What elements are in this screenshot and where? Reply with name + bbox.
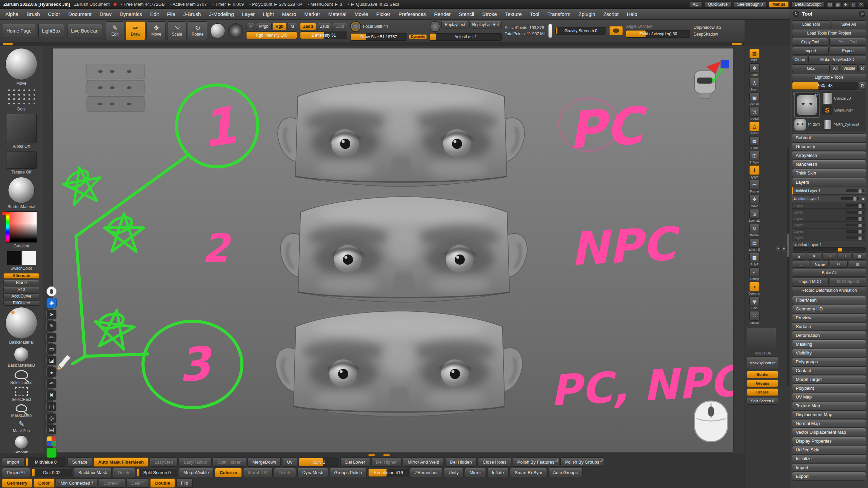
menu-item[interactable]: Brush — [22, 9, 44, 19]
layer-intensity-slider[interactable] — [846, 211, 865, 214]
menu-item[interactable]: Dynamics — [116, 9, 146, 19]
rgb-intensity-slider[interactable]: Rgb Intensity 100 — [246, 32, 297, 39]
bottom-button[interactable]: MidValue 0 — [25, 458, 66, 467]
home-page-button[interactable]: Home Page — [3, 24, 35, 38]
border-button[interactable]: Border — [747, 371, 778, 378]
bottom-button[interactable]: ZRemesher — [410, 468, 442, 477]
save-as-button[interactable]: Save As — [831, 20, 866, 28]
layer-intensity-slider[interactable] — [846, 217, 865, 220]
sculpt-strip-1[interactable] — [278, 81, 525, 186]
palette-section[interactable]: NanoMesh — [792, 160, 866, 168]
bottom-button[interactable]: Groups Polish — [330, 468, 367, 477]
palette-section[interactable]: Subtool — [792, 134, 866, 142]
bpr[interactable]: ▧ BPR — [747, 49, 762, 62]
replay-last-button[interactable]: ReplayLast — [441, 21, 468, 28]
layer-row[interactable]: Untitled Layer 1 — [792, 187, 866, 195]
layer-list-icon[interactable]: ▥ — [849, 261, 867, 268]
l-sym[interactable]: ◫ L.Sym — [747, 151, 762, 164]
menu-item[interactable]: Help — [623, 9, 641, 19]
bottom-button[interactable]: Surface — [67, 458, 92, 467]
bottom-button[interactable]: Auto Mask FiberMesh — [94, 458, 149, 467]
shapes-icon[interactable]: ▭ — [46, 344, 57, 354]
sculpt-mode-button[interactable]: Zadd — [300, 23, 316, 30]
menu-item[interactable]: Color — [44, 9, 64, 19]
layout-icon[interactable]: ▥ — [827, 1, 833, 7]
focal-shift-icon[interactable] — [350, 21, 361, 32]
bottom-button[interactable]: SDiv 2 — [298, 458, 339, 467]
menu-item[interactable]: Preferences — [394, 9, 430, 19]
menu-item[interactable]: J-Brush — [179, 9, 205, 19]
menu-item[interactable]: Alpha — [1, 9, 22, 19]
layer-intensity-slider[interactable] — [846, 204, 865, 207]
palette-section[interactable]: Vector Displacement Map — [792, 428, 866, 436]
palette-section[interactable]: Thick Skin — [792, 169, 866, 177]
bottom-button[interactable]: LazyStep — [150, 458, 178, 467]
bottom-button[interactable]: Mirror And Weld — [403, 458, 444, 467]
default-zscript-button[interactable]: DefaultZScript — [791, 1, 824, 7]
palette-section[interactable]: Morph Target — [792, 375, 866, 384]
palette-section[interactable]: UV Map — [792, 393, 866, 401]
bottom-button[interactable]: Del Higher — [371, 458, 401, 467]
color-swatch[interactable] — [46, 448, 57, 458]
layer-intensity-slider[interactable] — [846, 230, 865, 233]
history-thumbnails[interactable] — [87, 64, 144, 111]
active-tool-thumbnail[interactable]: 10 — [794, 93, 820, 118]
menu-item[interactable]: Light — [259, 9, 278, 19]
accucurve-button[interactable]: AccuCurve — [3, 293, 39, 299]
sculpt-strip-2[interactable] — [280, 197, 527, 302]
pen-icon[interactable]: ✎ — [46, 321, 57, 331]
scroll-left-icon[interactable]: ◄ — [776, 246, 781, 251]
palette-menu-icon[interactable]: ↻ — [793, 11, 799, 17]
paint-mode-button[interactable]: M — [288, 23, 297, 30]
bottom-button[interactable]: Del Hidden — [445, 458, 476, 467]
gravity-strength-slider[interactable]: Gravity Strength 0 — [555, 27, 606, 35]
layer-new-icon[interactable]: ⊞ — [822, 252, 836, 260]
close-icon[interactable]: ✕ — [858, 1, 865, 7]
smooth-brush[interactable]: Smooth — [14, 435, 28, 453]
stroke-dots[interactable]: Dots — [6, 88, 36, 114]
alternate-button[interactable]: Alternate — [3, 273, 39, 279]
replay-icon[interactable] — [430, 21, 440, 32]
polyf[interactable]: ▩ PolyF — [747, 253, 762, 266]
bottom-button[interactable]: Dist 0.02 — [32, 468, 72, 477]
layer-duplicate-icon[interactable]: ⊡ — [830, 261, 848, 268]
window-icon[interactable]: ◱ — [850, 1, 857, 7]
persp[interactable]: △ Persp — [747, 122, 762, 135]
palette-section[interactable]: Displacement Map — [792, 410, 866, 419]
tool-slot-pm3d-cylinder[interactable]: PM3D_Cylinder3 — [824, 119, 859, 130]
menu-item[interactable]: Stencil — [455, 9, 478, 19]
palette-icon[interactable] — [46, 436, 57, 446]
aahalf[interactable]: ½ AAHalf — [747, 107, 762, 120]
add-view-icon[interactable]: ✚ — [842, 1, 849, 7]
lightbox-button[interactable]: LightBox — [38, 24, 64, 38]
layer-row[interactable]: Layer — [792, 222, 866, 228]
mask-pen-brush[interactable]: ✎ MaskPen — [13, 420, 30, 435]
bottom-button[interactable]: Uv — [282, 458, 297, 467]
focal-shift-value[interactable]: Focal Shift 44 — [363, 24, 388, 29]
layer-row[interactable]: Untitled Layer 1 — [792, 195, 866, 202]
menu-item[interactable]: Picker — [372, 9, 395, 19]
vertical-slider[interactable] — [548, 24, 552, 38]
fill-object-button[interactable]: FillObject — [3, 300, 39, 306]
bottom-button[interactable]: Split Screen 0 — [137, 468, 177, 477]
load-tools-from-project-button[interactable]: Load Tools From Project — [792, 29, 866, 37]
switch-color[interactable]: SwitchColor — [7, 251, 36, 273]
menu-item[interactable]: Transform — [543, 9, 574, 19]
see-through-slider[interactable]: See-through 0 — [734, 1, 766, 7]
mode-button[interactable]: ↻ Rotate — [188, 21, 207, 40]
dynamic-toggle[interactable]: Dynamic — [409, 35, 427, 39]
adjust-last-slider[interactable]: AdjustLast 1 — [430, 33, 501, 41]
texture-preview[interactable] — [747, 328, 776, 350]
texture-selector[interactable]: Texture Off — [6, 151, 37, 177]
marker-icon[interactable]: ✏ — [46, 332, 57, 343]
clipboard-icon[interactable]: ▤ — [46, 425, 57, 435]
stroke-alpha-preview[interactable] — [228, 23, 243, 38]
screen-icon[interactable]: ▢ — [46, 402, 57, 412]
main-color-swatch[interactable] — [7, 251, 21, 265]
obj-shadow-value[interactable]: ObjShadow 0.3 — [693, 25, 721, 30]
export-button[interactable]: Export — [830, 47, 866, 55]
basic-material[interactable]: BasicMaterial — [5, 307, 37, 347]
layer-name-button[interactable]: Name — [811, 261, 829, 268]
fov-slider[interactable]: Field of view(deg) 30 — [626, 30, 690, 38]
import-button[interactable]: Import — [792, 47, 829, 55]
